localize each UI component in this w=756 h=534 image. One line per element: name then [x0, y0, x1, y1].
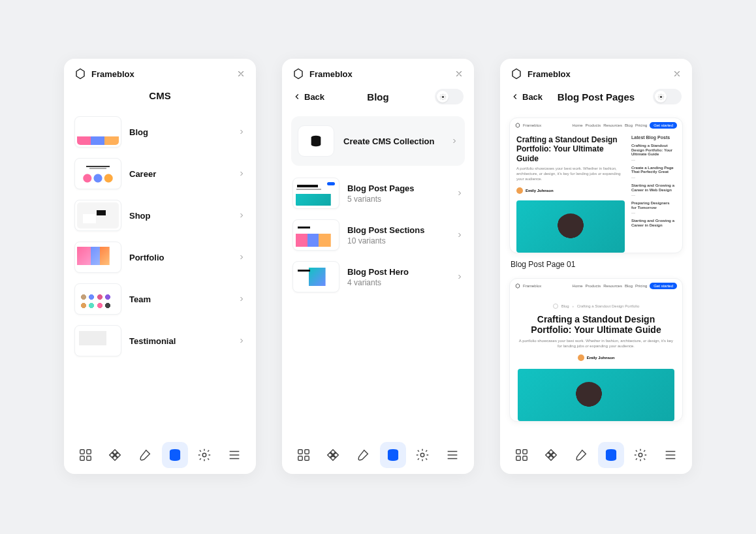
list-item-sub: 5 variants [347, 195, 448, 204]
mock-heading: Crafting a Standout Design Portfolio: Yo… [518, 314, 674, 336]
avatar [578, 354, 584, 361]
theme-toggle[interactable] [435, 89, 464, 104]
diamond-icon [108, 448, 122, 462]
preview-card-1[interactable]: Frameblox Home Products Resources Blog P… [509, 118, 683, 253]
mock-author-name: Emily Johnson [587, 356, 615, 360]
thumb-testimonial [74, 325, 121, 356]
nav-grid[interactable] [72, 442, 99, 468]
thumb-blog [74, 116, 121, 148]
list-item-team[interactable]: Team [72, 278, 248, 320]
nav-database[interactable] [380, 442, 406, 468]
cms-list: Blog Career Shop Portfolio Team Testimon… [64, 111, 256, 436]
mock-topbar: Frameblox Home Products Resources Blog P… [510, 279, 682, 296]
chevron-right-icon [238, 337, 245, 345]
logo-icon [515, 123, 520, 128]
nav-settings[interactable] [409, 442, 435, 468]
list-item-label: Blog Post Hero [347, 267, 448, 277]
mock-nav: Products [586, 123, 601, 127]
gear-icon [197, 448, 212, 462]
close-icon[interactable] [672, 69, 682, 78]
mock-cta: Get started [650, 122, 677, 129]
list-item-label: Portfolio [129, 253, 230, 262]
svg-rect-17 [516, 456, 520, 460]
nav-grid[interactable] [291, 442, 317, 468]
nav-diamond[interactable] [102, 442, 128, 468]
list-item-testimonial[interactable]: Testimonial [72, 320, 248, 362]
list-item-label: Blog Post Pages [347, 183, 448, 193]
nav-grid[interactable] [509, 442, 535, 468]
mock-nav: Pricing [635, 123, 647, 127]
create-cms-collection[interactable]: Create CMS Collection [291, 116, 465, 166]
list-item-label: Blog Post Sections [347, 225, 448, 235]
mock-paragraph: A portfolio showcases your best work. Wh… [518, 339, 674, 349]
close-icon[interactable] [454, 69, 464, 78]
nav-settings[interactable] [627, 442, 654, 468]
back-button[interactable]: Back [292, 92, 324, 102]
bottom-nav [64, 436, 256, 474]
preview-caption-1: Blog Post Page 01 [511, 260, 682, 269]
back-button[interactable]: Back [511, 92, 543, 102]
svg-rect-0 [80, 450, 84, 454]
close-icon[interactable] [236, 69, 245, 78]
gear-icon [633, 448, 648, 462]
nav-database[interactable] [162, 442, 188, 468]
nav-brush[interactable] [568, 442, 594, 468]
thumb-portfolio [74, 242, 121, 273]
gear-icon [415, 448, 430, 462]
back-label: Back [522, 92, 543, 102]
chevron-right-icon [238, 170, 245, 178]
theme-toggle[interactable] [653, 89, 682, 104]
svg-point-20 [639, 453, 643, 457]
nav-diamond[interactable] [320, 442, 346, 468]
svg-rect-2 [80, 456, 84, 460]
grid-icon [78, 448, 93, 462]
chevron-right-icon [456, 189, 464, 197]
mock-brand: Frameblox [523, 284, 541, 288]
brand-label: Frameblox [91, 69, 134, 79]
list-item-blog[interactable]: Blog [72, 111, 248, 153]
list-item-blog-post-hero[interactable]: Blog Post Hero 4 variants [290, 256, 466, 298]
menu-icon [227, 448, 242, 462]
database-icon [604, 448, 618, 462]
svg-rect-3 [87, 456, 91, 460]
nav-menu[interactable] [439, 442, 465, 468]
list-item-portfolio[interactable]: Portfolio [72, 236, 248, 278]
mock-hero-image [516, 200, 625, 253]
sun-icon [439, 93, 447, 101]
chevron-right-icon [450, 137, 458, 145]
preview-card-2[interactable]: Frameblox Home Products Resources Blog P… [509, 278, 683, 422]
list-item-blog-post-sections[interactable]: Blog Post Sections 10 variants [290, 214, 466, 256]
brush-icon [138, 448, 152, 462]
mock-side-heading: Latest Blog Posts [631, 135, 676, 140]
mock-author: Emily Johnson [516, 187, 625, 194]
chevron-left-icon [292, 92, 302, 101]
list-item-shop[interactable]: Shop [72, 195, 248, 236]
svg-rect-10 [298, 456, 302, 460]
thumb-shop [74, 200, 121, 231]
svg-point-13 [421, 453, 425, 457]
list-item-blog-post-pages[interactable]: Blog Post Pages 5 variants [290, 172, 466, 214]
diamond-icon [544, 448, 558, 462]
nav-brush[interactable] [350, 442, 376, 468]
list-item-career[interactable]: Career [72, 153, 248, 195]
mock-sidebar: Latest Blog Posts Crafting a Standout De… [631, 135, 676, 253]
nav-database[interactable] [598, 442, 624, 468]
database-icon [309, 134, 323, 148]
mock-author-name: Emily Johnson [526, 189, 554, 193]
nav-brush[interactable] [132, 442, 158, 468]
diamond-icon [326, 448, 340, 462]
thumb [292, 261, 339, 292]
nav-diamond[interactable] [538, 442, 564, 468]
nav-settings[interactable] [191, 442, 217, 468]
bottom-nav [282, 436, 474, 474]
mock-nav: Home [573, 123, 583, 127]
avatar [516, 187, 523, 194]
nav-menu[interactable] [221, 442, 247, 468]
mock-nav: Resources [603, 284, 622, 288]
mock-nav: Home [573, 284, 583, 288]
nav-menu[interactable] [657, 442, 684, 468]
logo-icon [74, 68, 86, 80]
mock-side-item: Starting and Growing a Career in Design [631, 219, 676, 227]
thumb [292, 219, 339, 251]
svg-rect-9 [305, 450, 309, 454]
